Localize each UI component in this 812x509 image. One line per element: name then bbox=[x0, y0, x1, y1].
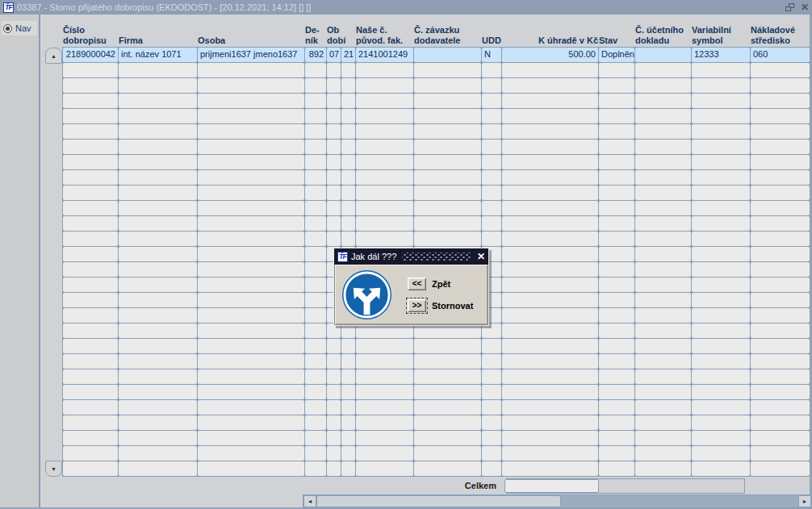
table-cell[interactable] bbox=[198, 293, 304, 307]
table-cell[interactable] bbox=[356, 385, 413, 399]
table-cell[interactable] bbox=[341, 446, 355, 461]
table-cell[interactable] bbox=[341, 94, 355, 108]
table-cell[interactable] bbox=[599, 109, 634, 123]
table-cell[interactable] bbox=[482, 109, 501, 123]
table-cell[interactable] bbox=[692, 155, 750, 169]
table-cell[interactable] bbox=[414, 48, 481, 62]
table-cell[interactable] bbox=[502, 247, 598, 261]
table-cell[interactable] bbox=[356, 78, 413, 93]
table-cell[interactable] bbox=[198, 431, 304, 445]
table-cell[interactable] bbox=[327, 400, 341, 415]
scrollbar-right-button[interactable]: ► bbox=[798, 495, 811, 507]
table-cell[interactable] bbox=[635, 293, 691, 307]
table-cell[interactable] bbox=[414, 354, 481, 369]
table-cell[interactable] bbox=[502, 109, 598, 123]
table-cell[interactable] bbox=[198, 369, 304, 384]
table-cell[interactable] bbox=[198, 201, 304, 215]
table-cell[interactable] bbox=[119, 170, 197, 185]
table-cell[interactable] bbox=[356, 124, 413, 139]
table-cell[interactable] bbox=[692, 186, 750, 200]
table-cell[interactable] bbox=[198, 385, 304, 399]
table-cell[interactable] bbox=[327, 232, 341, 246]
table-cell[interactable] bbox=[502, 78, 598, 93]
table-cell[interactable] bbox=[482, 446, 501, 461]
table-cell[interactable] bbox=[751, 323, 810, 338]
table-cell[interactable] bbox=[502, 262, 598, 277]
table-cell[interactable] bbox=[356, 431, 413, 445]
table-cell[interactable] bbox=[327, 461, 341, 476]
horizontal-scrollbar[interactable]: ◄ ► bbox=[303, 494, 812, 508]
table-cell[interactable] bbox=[305, 201, 326, 215]
table-cell[interactable] bbox=[327, 385, 341, 399]
table-cell[interactable] bbox=[599, 232, 634, 246]
table-cell[interactable] bbox=[198, 339, 304, 353]
table-cell[interactable] bbox=[119, 124, 197, 139]
table-cell[interactable] bbox=[502, 431, 598, 445]
table-cell[interactable] bbox=[751, 140, 810, 154]
table-cell[interactable] bbox=[502, 186, 598, 200]
table-cell[interactable] bbox=[305, 277, 326, 292]
table-cell[interactable] bbox=[119, 247, 197, 261]
table-cell[interactable] bbox=[63, 232, 118, 246]
table-cell[interactable] bbox=[692, 369, 750, 384]
table-cell[interactable] bbox=[751, 94, 810, 108]
table-cell[interactable] bbox=[356, 446, 413, 461]
table-cell[interactable] bbox=[635, 63, 691, 77]
table-cell[interactable] bbox=[119, 155, 197, 169]
table-cell[interactable] bbox=[119, 400, 197, 415]
table-cell[interactable] bbox=[635, 109, 691, 123]
table-cell[interactable] bbox=[198, 124, 304, 139]
table-cell[interactable] bbox=[305, 431, 326, 445]
table-cell[interactable] bbox=[502, 339, 598, 353]
table-cell[interactable] bbox=[692, 109, 750, 123]
table-cell[interactable] bbox=[356, 201, 413, 215]
table-cell[interactable] bbox=[327, 78, 341, 93]
table-cell[interactable] bbox=[305, 94, 326, 108]
table-cell[interactable] bbox=[414, 63, 481, 77]
table-cell[interactable] bbox=[635, 78, 691, 93]
table-cell[interactable] bbox=[635, 431, 691, 445]
table-cell[interactable] bbox=[414, 78, 481, 93]
table-cell[interactable] bbox=[198, 400, 304, 415]
table-cell[interactable] bbox=[305, 323, 326, 338]
table-cell[interactable]: 500.00 bbox=[502, 48, 598, 62]
table-cell[interactable] bbox=[635, 247, 691, 261]
table-cell[interactable] bbox=[198, 308, 304, 323]
table-cell[interactable] bbox=[305, 262, 326, 277]
table-cell[interactable] bbox=[599, 186, 634, 200]
table-cell[interactable] bbox=[63, 446, 118, 461]
table-cell[interactable] bbox=[482, 385, 501, 399]
table-cell[interactable] bbox=[356, 155, 413, 169]
table-cell[interactable] bbox=[599, 400, 634, 415]
table-cell[interactable] bbox=[502, 140, 598, 154]
table-cell[interactable]: 2189000042 bbox=[63, 48, 118, 62]
table-cell[interactable] bbox=[341, 155, 355, 169]
table-cell[interactable] bbox=[502, 323, 598, 338]
table-cell[interactable] bbox=[599, 369, 634, 384]
table-cell[interactable] bbox=[327, 201, 341, 215]
table-cell[interactable] bbox=[327, 339, 341, 353]
table-cell[interactable] bbox=[63, 277, 118, 292]
scrollbar-track[interactable] bbox=[561, 495, 798, 507]
table-cell[interactable] bbox=[356, 216, 413, 231]
table-cell[interactable] bbox=[327, 354, 341, 369]
table-cell[interactable]: int. název 1071 bbox=[119, 48, 197, 62]
table-cell[interactable] bbox=[356, 140, 413, 154]
table-cell[interactable] bbox=[63, 216, 118, 231]
table-cell[interactable] bbox=[327, 170, 341, 185]
table-cell[interactable] bbox=[599, 247, 634, 261]
table-cell[interactable] bbox=[63, 400, 118, 415]
table-cell[interactable] bbox=[119, 431, 197, 445]
table-cell[interactable] bbox=[482, 369, 501, 384]
table-cell[interactable] bbox=[63, 94, 118, 108]
table-cell[interactable] bbox=[305, 140, 326, 154]
table-cell[interactable] bbox=[751, 385, 810, 399]
table-cell[interactable] bbox=[482, 431, 501, 445]
table-cell[interactable] bbox=[482, 124, 501, 139]
table-cell[interactable] bbox=[751, 186, 810, 200]
table-cell[interactable] bbox=[414, 186, 481, 200]
table-cell[interactable] bbox=[119, 446, 197, 461]
table-cell[interactable]: 12333 bbox=[692, 48, 750, 62]
table-cell[interactable] bbox=[414, 155, 481, 169]
table-cell[interactable] bbox=[414, 94, 481, 108]
